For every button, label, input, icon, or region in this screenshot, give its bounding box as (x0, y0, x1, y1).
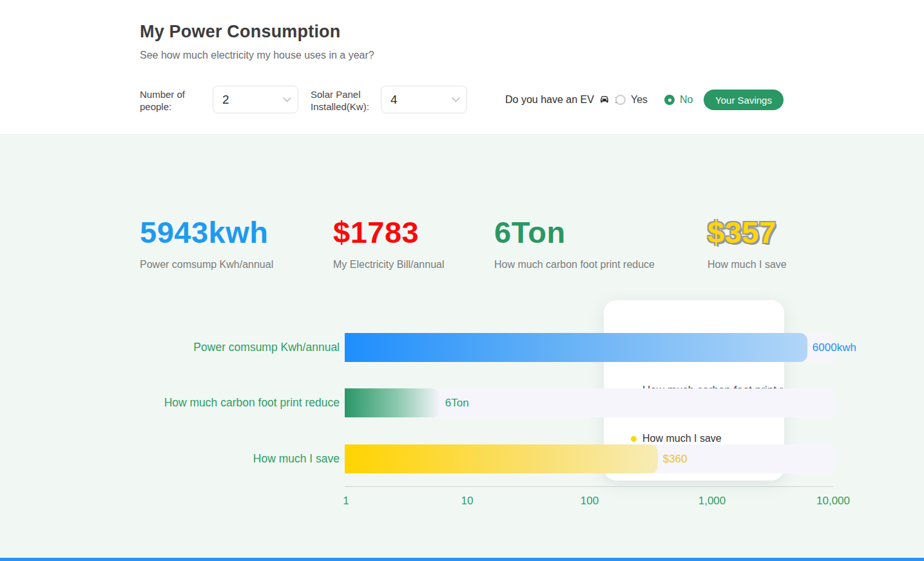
stat-power-value: 5943kwh (140, 214, 268, 250)
tooltip-clipped-text: How much carbon foot print reduce (642, 384, 784, 397)
bar-save[interactable] (345, 444, 658, 473)
people-select-value: 2 (222, 93, 229, 107)
ev-yes-label: Yes (631, 94, 648, 106)
tooltip-label: How much I save (642, 433, 722, 444)
stat-carbon: 6Ton How much carbon foot print reduce (494, 214, 566, 250)
stat-power: 5943kwh Power comsump Kwh/annual (140, 214, 268, 250)
solar-label: Solar Panel Installed(Kw): (311, 88, 375, 113)
radio-unchecked-icon[interactable] (615, 95, 626, 105)
legend-dot-icon (631, 436, 637, 442)
bar-power[interactable] (345, 333, 807, 362)
tooltip-row: How much I save (631, 433, 722, 444)
solar-select[interactable]: 4 (381, 86, 467, 113)
your-savings-button[interactable]: Your Savings (704, 90, 784, 110)
bottom-accent-bar (0, 558, 924, 561)
stat-save-value: $357 (707, 214, 776, 250)
people-select[interactable]: 2 (213, 86, 298, 113)
stat-bill: $1783 My Electricity Bill/annual (333, 214, 419, 250)
stat-carbon-value: 6Ton (494, 214, 566, 250)
bar-row-power: 6000kwh (345, 333, 834, 362)
ev-radio-no[interactable]: No (664, 94, 693, 106)
ev-question-text: Do you have an EV (505, 94, 594, 106)
chevron-down-icon (283, 94, 291, 102)
bar-carbon[interactable] (345, 388, 440, 417)
chevron-down-icon (452, 94, 460, 102)
stat-power-label: Power comsump Kwh/annual (140, 259, 273, 271)
ev-question: Do you have an EV : (505, 93, 617, 106)
stat-save-label: How much I save (707, 259, 787, 271)
car-icon (598, 93, 611, 106)
stat-carbon-label: How much carbon foot print reduce (494, 259, 655, 271)
header-section: My Power Consumption See how much electr… (0, 0, 924, 134)
page-subtitle: See how much electricity my house uses i… (140, 50, 374, 61)
solar-select-value: 4 (390, 93, 398, 107)
power-consumption-app: My Power Consumption See how much electr… (0, 0, 924, 561)
stat-bill-value: $1783 (333, 214, 419, 250)
stat-save: $357 How much I save (707, 214, 776, 250)
page-title: My Power Consumption (140, 22, 341, 42)
ev-no-label: No (680, 94, 693, 106)
radio-checked-icon[interactable] (664, 95, 675, 105)
people-label: Number of people: (140, 88, 198, 113)
stat-bill-label: My Electricity Bill/annual (333, 259, 445, 271)
ev-radio-yes[interactable]: Yes (615, 94, 648, 106)
